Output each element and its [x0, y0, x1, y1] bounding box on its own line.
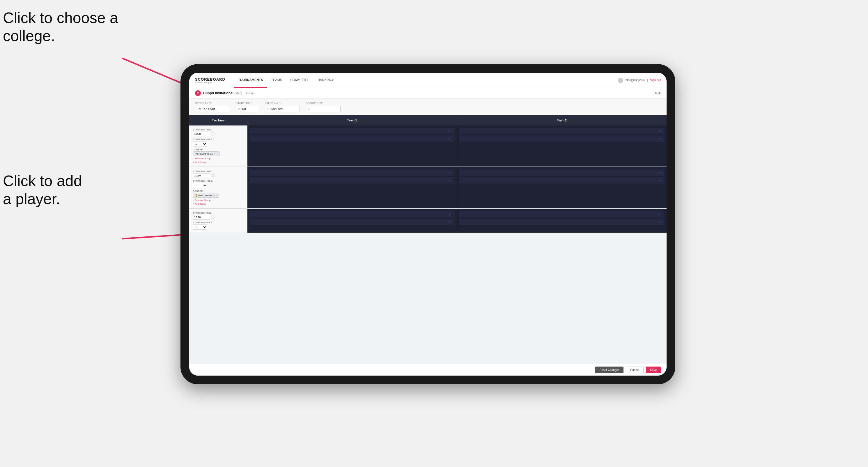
group-size-group: Group Size 3 [306, 102, 341, 112]
remove-player-2c[interactable]: × [658, 171, 660, 174]
remove-course-2[interactable]: × [214, 194, 215, 197]
scoreboard-logo: SCOREBOARD Powered by clippd [195, 77, 225, 84]
add-group-2[interactable]: +Add Group [193, 203, 244, 205]
remove-player-2d[interactable]: × [658, 179, 660, 182]
start-time-input[interactable] [236, 106, 259, 112]
team2-panel-2: × ↕ × ↕ [457, 167, 666, 208]
team1-panel-1: × ↕ × ↕ [247, 125, 457, 166]
reorder-player-3b[interactable]: ↕ [452, 220, 453, 223]
footer-bar: Reset Changes Cancel Save [189, 364, 666, 376]
remove-player-1b[interactable]: × [448, 137, 450, 140]
player-slot-3b[interactable]: × ↕ [250, 219, 454, 225]
nav-rankings[interactable]: RANKINGS [313, 73, 338, 88]
reorder-course-1[interactable]: ↕ [217, 153, 218, 155]
remove-group-2[interactable]: ○Remove Group [193, 199, 244, 201]
remove-player-1d[interactable]: × [658, 137, 660, 140]
remove-player-2a[interactable]: × [448, 171, 450, 174]
team1-header: Team 1 [247, 118, 457, 123]
team2-header: Team 2 [457, 118, 666, 123]
starting-hole-label-1: STARTING HOLE: [193, 138, 244, 141]
nav-teams[interactable]: TEAMS [267, 73, 286, 88]
sign-out-link[interactable]: Sign out [650, 79, 661, 82]
course-label-2: COURSE: [193, 190, 244, 192]
reorder-player-2c[interactable]: ↕ [661, 171, 663, 174]
reorder-player-1a[interactable]: ↕ [452, 130, 453, 132]
reorder-player-3d[interactable]: ↕ [661, 220, 663, 223]
nav-links: TOURNAMENTS TEAMS COMMITTEE RANKINGS [234, 73, 618, 88]
player-slot-3a[interactable]: × ↕ [250, 211, 454, 217]
course-tag-1[interactable]: (A) Peachtree GC × ↕ [193, 151, 220, 156]
reorder-player-2b[interactable]: ↕ [452, 179, 453, 182]
reorder-player-3a[interactable]: ↕ [452, 213, 453, 216]
group-size-select[interactable]: 3 [306, 106, 341, 112]
nav-right: blair@clippd.io | Sign out [618, 78, 661, 83]
reorder-player-1c[interactable]: ↕ [661, 130, 663, 132]
reorder-player-1b[interactable]: ↕ [452, 137, 453, 140]
player-slot-2a[interactable]: × ↕ [250, 169, 454, 176]
clock-icon-1: 🕐 [211, 132, 215, 135]
remove-player-3a[interactable]: × [448, 213, 450, 216]
gender-label: (Men) [235, 92, 242, 95]
course-label-1: COURSE: [193, 148, 244, 151]
save-button[interactable]: Save [646, 367, 661, 373]
remove-player-1a[interactable]: × [448, 130, 450, 132]
intervals-select[interactable]: 10 Minutes [265, 106, 300, 112]
clippd-logo-icon: C [195, 90, 201, 96]
player-slot-1c[interactable]: × ↕ [459, 128, 664, 134]
starting-time-label-3: STARTING TIME: [193, 212, 244, 214]
annotation-add-player: Click to add a player. [3, 172, 82, 208]
clock-icon-2: 🕐 [211, 174, 215, 177]
starting-time-input-3[interactable] [193, 215, 210, 220]
tablet-frame: SCOREBOARD Powered by clippd TOURNAMENTS… [181, 64, 675, 384]
player-slot-2b[interactable]: × ↕ [250, 177, 454, 183]
left-panel-2: STARTING TIME: 🕐 STARTING HOLE: 1 COURSE… [189, 167, 247, 208]
reset-button[interactable]: Reset Changes [595, 367, 623, 373]
start-type-select[interactable]: 1st Tee Start [195, 106, 230, 112]
team2-panel-1: × ↕ × ↕ [457, 125, 666, 166]
reorder-player-2a[interactable]: ↕ [452, 171, 453, 174]
player-slot-3d[interactable]: × ↕ [459, 219, 664, 225]
starting-hole-select-2[interactable]: 1 [193, 183, 207, 188]
tablet-screen: SCOREBOARD Powered by clippd TOURNAMENTS… [189, 73, 666, 376]
starting-time-input-2[interactable] [193, 173, 210, 178]
tee-time-header: Tee Time [189, 118, 247, 123]
group-row: STARTING TIME: 🕐 STARTING HOLE: 1 COURSE… [189, 125, 666, 167]
main-content: STARTING TIME: 🕐 STARTING HOLE: 1 COURSE… [189, 125, 666, 364]
player-slot-2d[interactable]: × ↕ [459, 177, 664, 183]
starting-hole-select-1[interactable]: 1 [193, 141, 207, 147]
remove-group-1[interactable]: ○Remove Group [193, 157, 244, 160]
back-button[interactable]: Back [654, 91, 661, 95]
player-slot-1a[interactable]: × ↕ [250, 128, 454, 134]
player-slot-2c[interactable]: × ↕ [459, 169, 664, 176]
nav-committee[interactable]: COMMITTEE [286, 73, 313, 88]
remove-player-3d[interactable]: × [658, 220, 660, 223]
reorder-player-3c[interactable]: ↕ [661, 213, 663, 216]
remove-player-2b[interactable]: × [448, 179, 450, 182]
team1-panel-3: × ↕ × ↕ [247, 209, 457, 232]
starting-time-input-1[interactable] [193, 132, 210, 136]
remove-player-3b[interactable]: × [448, 220, 450, 223]
remove-course-1[interactable]: × [214, 152, 216, 155]
cancel-button[interactable]: Cancel [626, 367, 644, 373]
controls-row: Start Type 1st Tee Start Start Time Inte… [189, 99, 666, 115]
tournament-title: Clippd Invitational [203, 91, 234, 95]
intervals-group: Intervals 10 Minutes [265, 102, 300, 112]
player-slot-1b[interactable]: × ↕ [250, 135, 454, 142]
table-header: Tee Time Team 1 Team 2 [189, 115, 666, 125]
reorder-player-2d[interactable]: ↕ [661, 179, 663, 182]
course-tag-2[interactable]: ⛳ East Lake GC × ↕ [193, 193, 219, 198]
left-panel-1: STARTING TIME: 🕐 STARTING HOLE: 1 COURSE… [189, 125, 247, 166]
starting-hole-select-3[interactable]: 1 [193, 224, 207, 230]
reorder-player-1d[interactable]: ↕ [661, 137, 663, 140]
player-slot-1d[interactable]: × ↕ [459, 135, 664, 142]
start-time-label: Start Time [236, 102, 259, 104]
nav-tournaments[interactable]: TOURNAMENTS [234, 73, 267, 88]
reorder-course-2[interactable]: ↕ [216, 194, 217, 197]
group-row-2: STARTING TIME: 🕐 STARTING HOLE: 1 COURSE… [189, 167, 666, 209]
nav-bar: SCOREBOARD Powered by clippd TOURNAMENTS… [189, 73, 666, 88]
player-slot-3c[interactable]: × ↕ [459, 211, 664, 217]
remove-player-3c[interactable]: × [658, 213, 660, 216]
add-group-1[interactable]: +Add Group [193, 161, 244, 164]
remove-player-1c[interactable]: × [658, 130, 660, 132]
avatar [618, 78, 623, 83]
